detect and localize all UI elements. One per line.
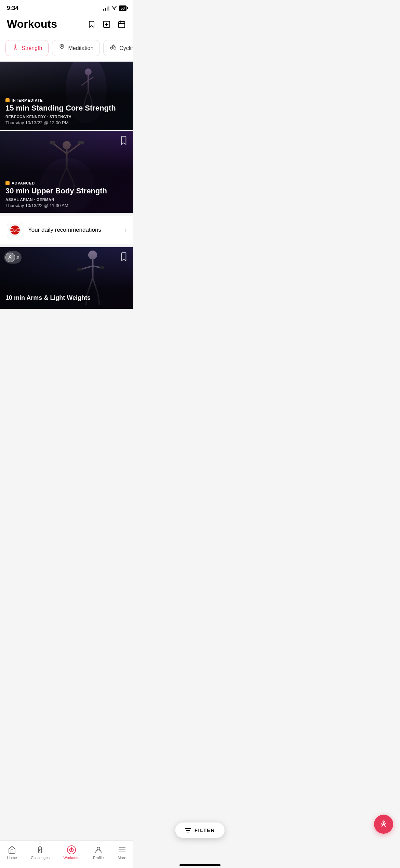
- recommendations-card[interactable]: ♪ Your daily recommendations ›: [0, 216, 133, 244]
- svg-point-46: [9, 256, 11, 257]
- workout-3-bookmark[interactable]: [118, 251, 129, 262]
- tab-cycling-label: Cycling: [119, 45, 133, 51]
- tab-strength[interactable]: Strength: [5, 40, 49, 56]
- friends-badge: 2: [4, 251, 22, 264]
- add-button[interactable]: [102, 20, 111, 29]
- level-indicator-2: [5, 181, 10, 185]
- workout-2-bookmark[interactable]: [118, 135, 129, 146]
- workout-card-2[interactable]: ADVANCED 30 min Upper Body Strength ASSA…: [0, 131, 133, 213]
- svg-point-34: [10, 228, 14, 232]
- workout-card-3[interactable]: 2 10 min Arms & Light Weights: [0, 247, 133, 309]
- svg-point-11: [114, 47, 116, 49]
- pelo-buddy-logo: ♪: [7, 222, 23, 238]
- tab-meditation-label: Meditation: [68, 45, 93, 51]
- svg-point-12: [114, 45, 115, 46]
- cycling-icon: [110, 44, 117, 52]
- friends-avatar: [5, 253, 15, 262]
- workout-card-1[interactable]: INTERMEDIATE 15 min Standing Core Streng…: [0, 62, 133, 130]
- svg-rect-4: [119, 22, 125, 28]
- workout-instructor-2: ASSAL ARIAN · GERMAN: [5, 197, 128, 202]
- workout-level: INTERMEDIATE: [5, 98, 128, 102]
- status-time: 9:34: [7, 5, 18, 12]
- level-text: INTERMEDIATE: [12, 98, 43, 102]
- workout-name: 15 min Standing Core Strength: [5, 104, 128, 113]
- workout-name-2: 30 min Upper Body Strength: [5, 187, 128, 195]
- workout-datetime-2: Thursday 10/13/22 @ 11:30 AM: [5, 203, 128, 208]
- page-title: Workouts: [7, 18, 57, 30]
- bookmark-button[interactable]: [87, 20, 96, 29]
- signal-icon: [103, 6, 109, 11]
- level-indicator: [5, 98, 10, 102]
- meditation-icon: [58, 44, 65, 52]
- card-content: INTERMEDIATE 15 min Standing Core Streng…: [0, 93, 133, 130]
- header-actions: [87, 20, 126, 29]
- header: Workouts: [0, 14, 133, 36]
- rec-chevron-icon: ›: [124, 227, 126, 234]
- tab-meditation[interactable]: Meditation: [52, 40, 100, 56]
- rec-left: ♪ Your daily recommendations: [7, 222, 101, 238]
- strength-icon: [12, 44, 19, 52]
- battery-icon: 53: [119, 5, 126, 11]
- workout-instructor: REBECCA KENNEDY · STRENGTH: [5, 115, 128, 119]
- card-content-3: 10 min Arms & Light Weights: [0, 290, 133, 309]
- filter-tabs: Strength Meditation Cycling: [0, 36, 133, 62]
- svg-point-35: [17, 228, 20, 232]
- card-content-2: ADVANCED 30 min Upper Body Strength ASSA…: [0, 176, 133, 213]
- tab-strength-label: Strength: [22, 45, 42, 51]
- friends-count: 2: [16, 255, 19, 260]
- workout-name-3: 10 min Arms & Light Weights: [5, 294, 128, 302]
- svg-point-9: [62, 46, 63, 47]
- content-area: INTERMEDIATE 15 min Standing Core Streng…: [0, 62, 133, 344]
- tab-cycling[interactable]: Cycling: [103, 40, 133, 56]
- calendar-button[interactable]: [117, 20, 126, 29]
- status-icons: 53: [103, 5, 126, 11]
- wifi-icon: [111, 5, 117, 11]
- level-text-2: ADVANCED: [12, 181, 35, 185]
- status-bar: 9:34 53: [0, 0, 133, 14]
- svg-text:♪: ♪: [14, 227, 16, 233]
- workout-datetime: Thursday 10/13/22 @ 12:00 PM: [5, 120, 128, 125]
- workout-level-2: ADVANCED: [5, 181, 128, 185]
- rec-text: Your daily recommendations: [28, 227, 101, 233]
- svg-point-8: [15, 45, 16, 46]
